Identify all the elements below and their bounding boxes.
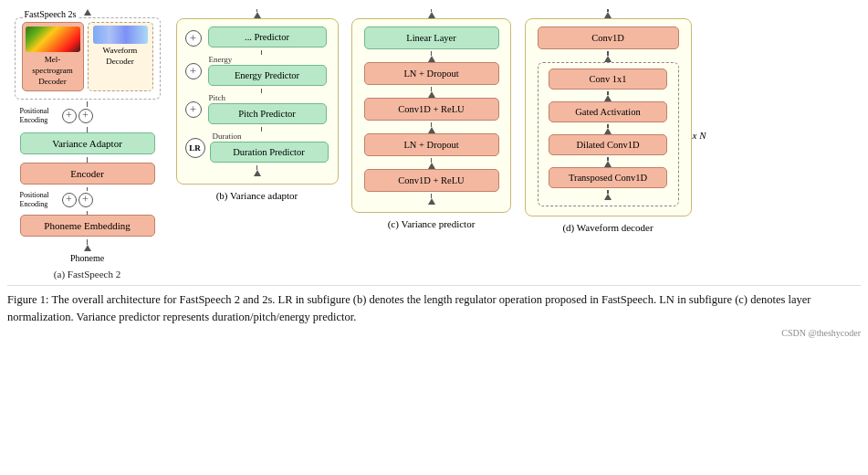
linear-layer-box: Linear Layer xyxy=(364,26,499,49)
panel-d-arrow-top xyxy=(604,12,612,18)
waveform-img xyxy=(93,26,148,44)
panel-d-arrow-inner-1 xyxy=(604,95,612,101)
csdn-credit: CSDN @theshycoder xyxy=(7,328,861,338)
b-row-ellipsis: + ... Predictor xyxy=(185,26,329,49)
pos-enc-row-2: Positional Encoding + + xyxy=(20,191,155,208)
panel-d-outer: Conv1D Conv 1x1 Gated Activation xyxy=(525,18,692,216)
mel-decoder-label: Mel-spectrogramDecoder xyxy=(32,55,72,86)
pitch-label: Pitch xyxy=(209,93,226,102)
circle-plus-b-1: + xyxy=(185,30,202,47)
energy-predictor-box: Energy Predictor xyxy=(208,65,327,86)
panel-d-arrow-1 xyxy=(604,56,612,62)
pos-enc-label-2: Positional Encoding xyxy=(20,191,60,208)
panel-c-arrow-5 xyxy=(428,198,435,205)
fastspeech2s-label: FastSpeech 2s xyxy=(23,9,78,19)
panel-c-arrow-3 xyxy=(428,127,435,133)
duration-predictor-box: Duration Predictor xyxy=(210,142,329,163)
panel-d-caption: (d) Waveform decoder xyxy=(562,222,653,233)
circle-plus-b-2: + xyxy=(185,63,202,79)
circle-plus-4: + xyxy=(78,193,93,207)
diagrams-row: FastSpeech 2s Mel-spectrogramDecoder Wav… xyxy=(7,9,861,280)
lr-circle: LR xyxy=(185,138,205,158)
ln-dropout-box-1: LN + Dropout xyxy=(364,62,499,85)
mel-decoder-box: Mel-spectrogramDecoder xyxy=(22,22,84,91)
arrow-up-top xyxy=(84,9,91,16)
ln-dropout-box-2: LN + Dropout xyxy=(364,133,499,156)
panel-b-arrow-top xyxy=(254,12,261,18)
b-row-pitch: + Pitch Pitch Predictor xyxy=(185,93,329,126)
circle-plus-1: + xyxy=(62,109,77,123)
waveform-decoder-label: WaveformDecoder xyxy=(103,46,138,66)
panel-b-caption: (b) Variance adaptor xyxy=(216,190,298,201)
energy-label: Energy xyxy=(209,55,233,64)
panel-d-arrow-inner-4 xyxy=(604,194,612,200)
circle-plus-3: + xyxy=(62,193,77,207)
circle-plus-b-3: + xyxy=(185,101,202,118)
b-row-energy: + Energy Energy Predictor xyxy=(185,55,329,88)
panel-d-arrow-inner-3 xyxy=(604,161,612,167)
circle-plus-2: + xyxy=(78,109,93,123)
decoder-row: Mel-spectrogramDecoder WaveformDecoder xyxy=(22,22,153,91)
encoder-box: Encoder xyxy=(20,163,155,185)
panel-d: Conv1D Conv 1x1 Gated Activation xyxy=(521,9,695,233)
panel-c-caption: (c) Variance predictor xyxy=(388,218,476,229)
panel-b-arrow-bottom xyxy=(254,170,261,176)
panel-d-arrow-inner-2 xyxy=(604,128,612,134)
panel-c-inner: Linear Layer LN + Dropout Conv1D + ReLU … xyxy=(351,18,511,213)
spectrogram-img xyxy=(26,26,80,52)
fastspeech2s-box: FastSpeech 2s Mel-spectrogramDecoder Wav… xyxy=(15,17,161,100)
panel-b: + ... Predictor + Energy Energy Predicto… xyxy=(173,9,341,201)
variance-adaptor-box: Variance Adaptor xyxy=(20,132,155,154)
main-container: FastSpeech 2s Mel-spectrogramDecoder Wav… xyxy=(0,0,868,345)
figure-caption: Figure 1: The overall architecture for F… xyxy=(7,285,861,326)
gated-activation-box: Gated Activation xyxy=(549,101,667,122)
conv1d-relu-box-2: Conv1D + ReLU xyxy=(364,169,499,192)
duration-label: Duration xyxy=(213,132,242,141)
phoneme-label: Phoneme xyxy=(70,253,104,263)
panel-a-caption: (a) FastSpeech 2 xyxy=(54,269,120,280)
phoneme-embedding-box: Phoneme Embedding xyxy=(20,215,155,237)
xn-label: x N xyxy=(693,130,706,141)
panel-c-arrow-top xyxy=(428,12,435,18)
pos-enc-row-1: Positional Encoding + + xyxy=(20,107,155,124)
panel-c-arrow-1 xyxy=(428,56,435,62)
dilated-conv1d-box: Dilated Conv1D xyxy=(549,134,667,155)
panel-c-arrow-2 xyxy=(428,91,435,98)
transposed-conv1d-box: Transposed Conv1D xyxy=(549,167,667,188)
panel-d-conv1d-top: Conv1D xyxy=(538,26,679,49)
waveform-decoder-box: WaveformDecoder xyxy=(88,22,153,91)
panel-b-inner: + ... Predictor + Energy Energy Predicto… xyxy=(176,18,339,185)
pitch-predictor-box: Pitch Predictor xyxy=(208,103,327,124)
conv-1x1-box: Conv 1x1 xyxy=(549,69,667,90)
arrow-up-bottom xyxy=(84,245,91,251)
conv1d-relu-box-1: Conv1D + ReLU xyxy=(364,98,499,121)
b-row-duration: LR Duration Duration Predictor xyxy=(185,132,329,164)
panel-a: FastSpeech 2s Mel-spectrogramDecoder Wav… xyxy=(7,9,167,280)
pos-enc-label-1: Positional Encoding xyxy=(20,107,60,124)
predictor-ellipsis: ... Predictor xyxy=(208,26,327,48)
panel-c: Linear Layer LN + Dropout Conv1D + ReLU … xyxy=(347,9,516,229)
panel-c-arrow-4 xyxy=(428,163,435,169)
panel-d-inner: Conv 1x1 Gated Activation Dilated Conv1D… xyxy=(538,62,679,206)
